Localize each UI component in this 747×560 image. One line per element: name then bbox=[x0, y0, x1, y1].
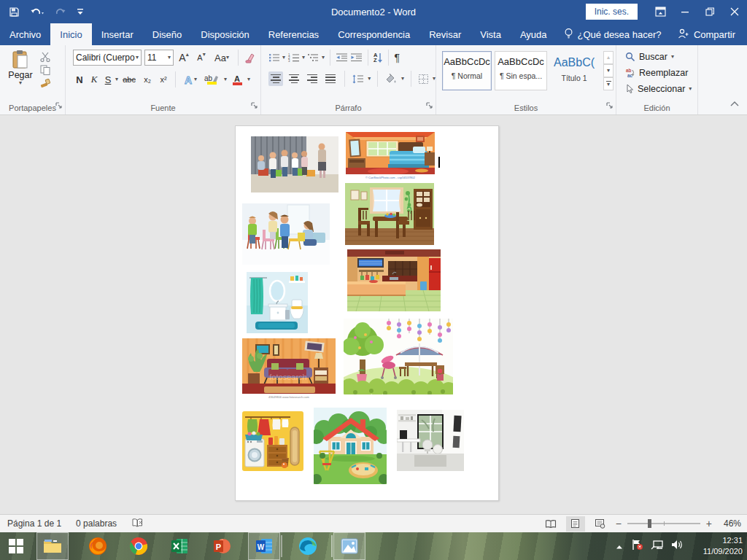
dining-room-image[interactable] bbox=[345, 183, 434, 245]
text-effects-button[interactable]: A ▾ bbox=[180, 74, 199, 85]
tab-insertar[interactable]: Insertar bbox=[92, 23, 143, 45]
underline-dropdown-icon[interactable]: ▾ bbox=[115, 77, 118, 82]
print-layout-icon[interactable] bbox=[566, 516, 585, 532]
tell-me-box[interactable]: ¿Qué desea hacer? bbox=[557, 23, 669, 45]
select-button[interactable]: Seleccionar ▾ bbox=[625, 82, 697, 96]
minimize-button[interactable] bbox=[673, 0, 697, 23]
tab-vista[interactable]: Vista bbox=[471, 23, 511, 45]
start-button[interactable] bbox=[0, 532, 32, 560]
bold-button[interactable]: N bbox=[73, 74, 86, 85]
kitchen-image[interactable] bbox=[347, 249, 441, 311]
taskbar-file-explorer[interactable] bbox=[36, 532, 69, 560]
increase-indent-button[interactable] bbox=[350, 52, 363, 63]
tab-ayuda[interactable]: Ayuda bbox=[511, 23, 557, 45]
children-playing-image[interactable] bbox=[242, 203, 330, 265]
house-exterior-image[interactable] bbox=[314, 408, 387, 484]
paste-button[interactable]: Pegar ▾ bbox=[6, 50, 35, 86]
format-painter-icon[interactable] bbox=[39, 78, 51, 88]
superscript-button[interactable]: x² bbox=[156, 75, 171, 84]
show-marks-button[interactable]: ¶ bbox=[394, 52, 400, 63]
font-family-combo[interactable]: Calibri (Cuerpo▾ bbox=[73, 50, 142, 66]
page-indicator[interactable]: Página 1 de 1 bbox=[7, 518, 61, 529]
italic-button[interactable]: K bbox=[88, 74, 101, 85]
read-mode-icon[interactable] bbox=[541, 516, 560, 532]
garden-image[interactable] bbox=[344, 319, 453, 394]
highlight-dropdown-icon[interactable]: ▾ bbox=[224, 77, 227, 82]
network-icon[interactable] bbox=[651, 540, 664, 553]
redo-icon[interactable] bbox=[55, 7, 66, 17]
align-right-button[interactable] bbox=[305, 71, 320, 86]
style-sin-espaciado[interactable]: AaBbCcDc ¶ Sin espa... bbox=[495, 51, 547, 90]
tab-diseno[interactable]: Diseño bbox=[143, 23, 191, 45]
sort-button[interactable]: AZ bbox=[374, 52, 383, 63]
taskbar-powerpoint[interactable]: P bbox=[206, 532, 238, 560]
highlight-button[interactable]: ab bbox=[201, 74, 222, 85]
clipboard-dialog-launcher-icon[interactable] bbox=[55, 99, 63, 112]
classroom-children-image[interactable] bbox=[251, 136, 338, 192]
tab-archivo[interactable]: Archivo bbox=[0, 23, 50, 45]
decrease-indent-button[interactable] bbox=[336, 52, 348, 63]
hidden-icons-chevron[interactable] bbox=[615, 540, 624, 553]
paragraph-dialog-launcher-icon[interactable] bbox=[426, 99, 433, 112]
undo-icon[interactable] bbox=[30, 7, 44, 17]
word-count[interactable]: 0 palabras bbox=[76, 518, 117, 529]
tab-inicio[interactable]: Inicio bbox=[50, 23, 91, 45]
styles-scroll-up-icon[interactable]: ▴ bbox=[603, 51, 614, 64]
style-normal[interactable]: AaBbCcDc ¶ Normal bbox=[442, 51, 492, 90]
replace-button[interactable]: abac Reemplazar bbox=[625, 66, 697, 80]
align-left-button[interactable] bbox=[268, 71, 283, 86]
taskbar-excel[interactable] bbox=[163, 532, 196, 560]
tab-disposicion[interactable]: Disposición bbox=[191, 23, 258, 45]
font-color-button[interactable]: A bbox=[228, 74, 246, 85]
styles-scroll-down-icon[interactable]: ▾ bbox=[603, 64, 614, 77]
share-button[interactable]: Compartir bbox=[672, 23, 741, 45]
underline-button[interactable]: S bbox=[102, 74, 114, 85]
close-button[interactable] bbox=[722, 0, 747, 23]
bathroom-image[interactable] bbox=[247, 272, 308, 333]
bedroom-image[interactable]: © CanStockPhoto.com - csp56537802 bbox=[346, 132, 435, 180]
zoom-slider[interactable] bbox=[627, 523, 700, 524]
sign-in-button[interactable]: Inic. ses. bbox=[586, 4, 638, 20]
shading-button[interactable] bbox=[384, 74, 398, 85]
styles-more-icon[interactable]: ▾ bbox=[603, 77, 614, 90]
justify-button[interactable] bbox=[323, 71, 338, 86]
zoom-level[interactable]: 46% bbox=[718, 518, 741, 529]
taskbar-edge[interactable] bbox=[292, 532, 324, 560]
borders-button[interactable] bbox=[418, 74, 429, 85]
numbering-button[interactable]: 123 bbox=[287, 52, 300, 63]
font-dialog-launcher-icon[interactable] bbox=[251, 99, 258, 112]
ribbon-display-options-icon[interactable] bbox=[648, 0, 673, 23]
strikethrough-button[interactable]: abc bbox=[120, 75, 139, 84]
taskbar-chrome[interactable] bbox=[123, 532, 155, 560]
zoom-slider-thumb[interactable] bbox=[648, 519, 651, 528]
subscript-button[interactable]: x₂ bbox=[140, 75, 155, 84]
taskbar-photos[interactable] bbox=[333, 532, 365, 560]
change-case-button[interactable]: Aa▾ bbox=[212, 52, 232, 63]
document-area[interactable]: © CanStockPhoto.com - csp56537802 bbox=[0, 116, 747, 514]
line-spacing-button[interactable] bbox=[352, 74, 364, 85]
multilevel-list-button[interactable] bbox=[307, 52, 320, 63]
tab-correspondencia[interactable]: Correspondencia bbox=[328, 23, 419, 45]
volume-icon[interactable] bbox=[671, 540, 683, 553]
style-titulo-1[interactable]: AaBbC( Título 1 bbox=[550, 51, 598, 90]
styles-dialog-launcher-icon[interactable] bbox=[606, 99, 614, 112]
living-room-image[interactable]: fotosearch 43649806 www.fotosearch.com bbox=[242, 338, 336, 400]
save-icon[interactable] bbox=[9, 7, 20, 18]
cut-icon[interactable] bbox=[39, 52, 51, 62]
restore-button[interactable] bbox=[697, 0, 722, 23]
align-center-button[interactable] bbox=[287, 71, 301, 86]
zoom-out-button[interactable]: − bbox=[616, 518, 622, 529]
laundry-room-image[interactable] bbox=[242, 411, 303, 471]
home-office-image[interactable] bbox=[397, 410, 464, 471]
clear-formatting-icon[interactable] bbox=[244, 52, 256, 63]
taskbar-clock[interactable]: 12:31 11/09/2020 bbox=[703, 535, 743, 557]
bullets-button[interactable] bbox=[268, 52, 280, 63]
font-color-dropdown-icon[interactable]: ▾ bbox=[247, 77, 250, 82]
font-size-combo[interactable]: 11▾ bbox=[144, 50, 174, 66]
find-button[interactable]: Buscar ▾ bbox=[625, 50, 697, 64]
taskbar-firefox[interactable] bbox=[82, 532, 114, 560]
security-flag-icon[interactable] bbox=[631, 539, 643, 553]
tab-revisar[interactable]: Revisar bbox=[419, 23, 471, 45]
copy-icon[interactable] bbox=[39, 65, 51, 75]
taskbar-word[interactable]: W bbox=[248, 532, 280, 560]
